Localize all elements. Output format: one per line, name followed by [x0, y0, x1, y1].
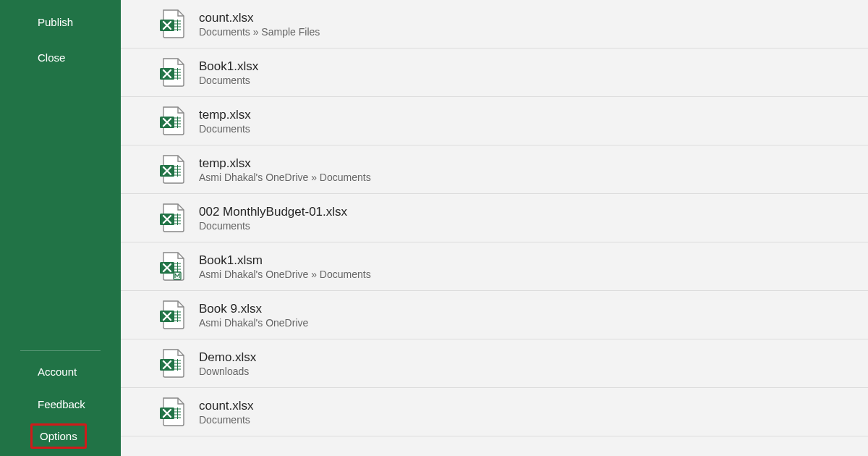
sidebar-item-label: Close	[38, 51, 65, 64]
file-row[interactable]: Book1.xlsmAsmi Dhakal's OneDrive » Docum…	[121, 242, 868, 291]
excel-file-icon	[158, 397, 186, 426]
file-path: Documents	[199, 414, 254, 426]
file-name: Book1.xlsx	[199, 59, 258, 74]
sidebar-item-account[interactable]: Account	[0, 360, 121, 384]
sidebar-item-options[interactable]: Options	[30, 423, 87, 449]
file-text-group: Book1.xlsxDocuments	[199, 59, 258, 86]
file-name: count.xlsx	[199, 11, 320, 25]
file-text-group: temp.xlsxDocuments	[199, 108, 251, 135]
file-text-group: 002 MonthlyBudget-01.xlsxDocuments	[199, 205, 347, 232]
file-row[interactable]: Demo.xlsxDownloads	[121, 339, 868, 388]
file-path: Downloads	[199, 366, 256, 377]
file-path: Documents	[199, 75, 258, 86]
sidebar-item-publish[interactable]: Publish	[0, 10, 121, 34]
file-path: Asmi Dhakal's OneDrive	[199, 317, 308, 329]
file-name: Demo.xlsx	[199, 350, 256, 365]
file-row[interactable]: 002 MonthlyBudget-01.xlsxDocuments	[121, 194, 868, 242]
file-name: Book 9.xlsx	[199, 302, 308, 316]
file-row[interactable]: Book 9.xlsxAsmi Dhakal's OneDrive	[121, 291, 868, 339]
sidebar-item-feedback[interactable]: Feedback	[0, 392, 121, 416]
file-text-group: Book1.xlsmAsmi Dhakal's OneDrive » Docum…	[199, 253, 371, 280]
file-name: temp.xlsx	[199, 108, 251, 122]
sidebar-item-label: Publish	[38, 16, 73, 28]
sidebar-item-label: Feedback	[38, 398, 85, 410]
file-row[interactable]: temp.xlsxAsmi Dhakal's OneDrive » Docume…	[121, 145, 868, 194]
file-text-group: count.xlsxDocuments	[199, 399, 254, 426]
sidebar-top-group: Publish Close	[0, 0, 121, 350]
sidebar-item-options-wrapper: Options	[0, 423, 121, 449]
file-row[interactable]: count.xlsxDocuments	[121, 388, 868, 436]
file-text-group: temp.xlsxAsmi Dhakal's OneDrive » Docume…	[199, 156, 371, 183]
file-name: Book1.xlsm	[199, 253, 371, 268]
file-text-group: Demo.xlsxDownloads	[199, 350, 256, 377]
file-path: Documents » Sample Files	[199, 26, 320, 38]
file-path: Asmi Dhakal's OneDrive » Documents	[199, 269, 371, 280]
file-path: Documents	[199, 220, 347, 232]
sidebar-divider	[20, 350, 101, 351]
sidebar-item-close[interactable]: Close	[0, 46, 121, 69]
file-name: count.xlsx	[199, 399, 254, 413]
file-row[interactable]: count.xlsxDocuments » Sample Files	[121, 0, 868, 48]
main-content: count.xlsxDocuments » Sample Files Book1…	[121, 0, 868, 456]
excel-file-icon	[158, 349, 186, 378]
excel-file-icon	[158, 155, 186, 184]
file-name: 002 MonthlyBudget-01.xlsx	[199, 205, 347, 219]
excel-file-icon	[158, 58, 186, 87]
excel-file-icon	[158, 300, 186, 329]
file-row[interactable]: temp.xlsxDocuments	[121, 97, 868, 145]
file-text-group: Book 9.xlsxAsmi Dhakal's OneDrive	[199, 302, 308, 329]
file-path: Documents	[199, 123, 251, 135]
recent-files-list: count.xlsxDocuments » Sample Files Book1…	[121, 0, 868, 436]
sidebar-item-label: Account	[38, 366, 77, 378]
sidebar: Publish Close Account Feedback Options	[0, 0, 121, 456]
excel-file-icon	[158, 203, 186, 232]
excel-file-icon	[158, 9, 186, 38]
file-text-group: count.xlsxDocuments » Sample Files	[199, 11, 320, 38]
file-row[interactable]: Book1.xlsxDocuments	[121, 48, 868, 97]
sidebar-bottom-group: Account Feedback Options	[0, 350, 121, 456]
sidebar-item-label: Options	[40, 430, 77, 442]
excel-file-icon	[158, 106, 186, 135]
excel-file-icon	[158, 252, 186, 281]
file-path: Asmi Dhakal's OneDrive » Documents	[199, 172, 371, 183]
file-name: temp.xlsx	[199, 156, 371, 171]
